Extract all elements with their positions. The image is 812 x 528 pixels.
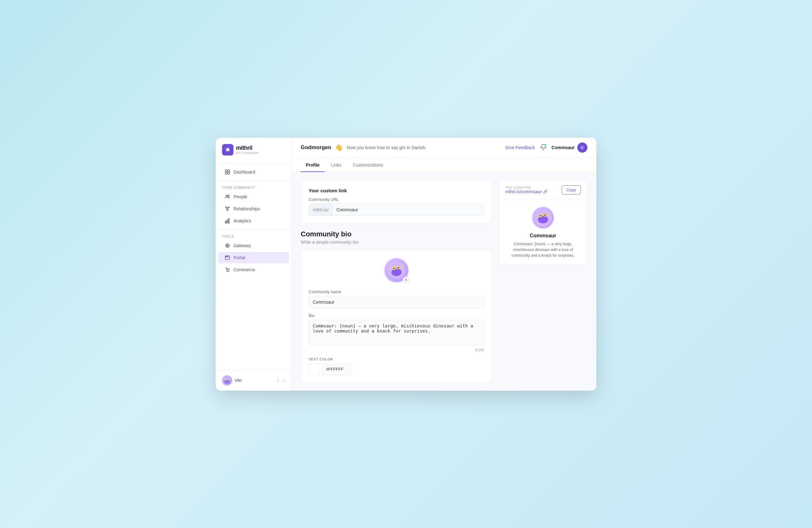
svg-point-30 (228, 379, 229, 380)
svg-rect-0 (225, 170, 227, 172)
svg-point-26 (228, 271, 229, 272)
dashboard-icon (224, 169, 230, 175)
community-name-group: Community name (309, 289, 484, 308)
svg-point-24 (227, 256, 228, 257)
svg-rect-13 (227, 220, 228, 223)
text-color-label: TEXT COLOR (309, 357, 484, 361)
header-subtitle: Now you know how to say gm in Danish. (347, 145, 501, 150)
content-area: Your custom link Community URL mthrl.io/… (292, 172, 596, 390)
svg-rect-14 (228, 219, 229, 223)
notification-dot (544, 144, 547, 146)
preview-avatar (532, 206, 554, 229)
right-panel-link-info: Your custom link mthrl.io/commsaur 🔗 (505, 185, 548, 194)
sidebar-item-label: Gateway (233, 243, 251, 248)
sidebar-item-label: Relationships (233, 206, 260, 211)
logo-text: mithril BY COMMSOR (236, 145, 259, 155)
custom-link-card-title: Your custom link (309, 188, 484, 193)
tools-section-label: TOOLS (216, 232, 291, 240)
sidebar-item-label: Dashboard (233, 169, 255, 174)
header-actions: Give Feedback Commsaur C (505, 142, 588, 153)
svg-point-41 (540, 215, 541, 216)
content-left: Your custom link Community URL mthrl.io/… (301, 180, 492, 383)
color-swatch[interactable] (309, 363, 320, 375)
preview-name: Commsaur (530, 233, 556, 239)
tab-profile[interactable]: Profile (301, 158, 325, 172)
char-count: 0/160 (309, 348, 484, 352)
svg-point-4 (226, 195, 228, 196)
copy-button[interactable]: Copy (562, 185, 581, 195)
give-feedback-link[interactable]: Give Feedback (505, 145, 535, 150)
app-window: mithril BY COMMSOR Dashboard YOUR COMMUN… (216, 138, 596, 390)
right-panel-link-header: Your custom link mthrl.io/commsaur 🔗 Cop… (499, 180, 587, 200)
community-name-label: Community name (309, 289, 484, 294)
preview-area: Commsaur Commsaur: {noun} — a very large… (499, 200, 587, 265)
community-name-input[interactable] (309, 296, 484, 308)
svg-line-11 (228, 208, 229, 210)
logo-name: mithril (236, 145, 259, 151)
user-controls[interactable]: ∧ ←| (277, 378, 285, 382)
svg-rect-1 (228, 170, 230, 172)
community-bio-section: Community bio Write a simple community b… (301, 230, 492, 383)
sidebar-item-label: People (233, 194, 247, 199)
bio-textarea[interactable]: Commsaur: {noun} — a very large, mischie… (309, 320, 484, 345)
url-input[interactable] (333, 204, 484, 215)
tab-customizations[interactable]: Customizations (348, 158, 388, 172)
user-avatar-small (222, 375, 232, 386)
color-hex-input[interactable] (322, 363, 351, 375)
collapse-icon: ←| (281, 379, 285, 382)
color-input-group (309, 363, 484, 375)
svg-rect-12 (225, 221, 226, 223)
text-color-section: TEXT COLOR (309, 357, 484, 375)
main-content: Godmorgen 👋 Now you know how to say gm i… (292, 138, 596, 390)
notification-bell[interactable] (540, 144, 547, 152)
svg-point-8 (227, 210, 228, 211)
analytics-icon (224, 218, 230, 224)
sidebar-item-commerce[interactable]: Commerce (218, 264, 289, 275)
avatar-wrapper: ✕ (384, 258, 409, 283)
sidebar-user-name: Vilo (235, 378, 274, 383)
header-user-name: Commsaur (552, 145, 575, 150)
sidebar-item-analytics[interactable]: Analytics (218, 215, 289, 227)
sidebar-divider-community (216, 181, 291, 181)
sidebar: mithril BY COMMSOR Dashboard YOUR COMMUN… (216, 138, 292, 390)
svg-point-5 (228, 195, 229, 196)
svg-point-36 (398, 267, 399, 269)
svg-rect-2 (225, 172, 227, 174)
bio-group: Bio Commsaur: {noun} — a very large, mis… (309, 313, 484, 352)
svg-point-16 (227, 245, 228, 246)
url-prefix: mthrl.io/ (309, 204, 333, 215)
avatar-remove-button[interactable]: ✕ (403, 277, 409, 283)
sidebar-item-gateway[interactable]: Gateway (218, 240, 289, 251)
community-url-label: Community URL (309, 197, 484, 202)
svg-rect-3 (228, 172, 230, 174)
svg-point-25 (227, 271, 228, 272)
bio-section-subtitle: Write a simple community bio (301, 240, 492, 245)
header-greeting: Godmorgen (301, 144, 331, 151)
svg-point-35 (393, 268, 395, 269)
bio-card: ✕ Community name Bio Commsaur: {noun} — … (301, 250, 492, 383)
people-icon (224, 194, 230, 200)
top-header: Godmorgen 👋 Now you know how to say gm i… (292, 138, 596, 158)
logo-area: mithril BY COMMSOR (216, 138, 291, 160)
avatar-upload-area[interactable]: ✕ (309, 258, 484, 283)
logo-sub: BY COMMSOR (236, 151, 259, 155)
portal-icon (224, 255, 230, 260)
link-icon: 🔗 (543, 189, 548, 194)
sidebar-item-dashboard[interactable]: Dashboard (218, 166, 289, 178)
community-section-label: YOUR COMMUNITY (216, 183, 291, 191)
user-info[interactable]: Commsaur C (552, 142, 588, 153)
sidebar-divider-tools (216, 229, 291, 230)
sidebar-item-people[interactable]: People (218, 191, 289, 202)
commerce-icon (224, 267, 230, 273)
sidebar-divider-top (216, 163, 291, 163)
header-user-avatar: C (577, 142, 588, 153)
bio-label: Bio (309, 313, 484, 318)
sidebar-item-portal[interactable]: Portal (218, 252, 289, 263)
relationships-icon (224, 206, 230, 212)
tab-links[interactable]: Links (326, 158, 347, 172)
sidebar-item-relationships[interactable]: Relationships (218, 203, 289, 214)
svg-point-42 (544, 214, 546, 216)
svg-line-10 (227, 208, 228, 210)
gateway-icon (224, 243, 230, 248)
right-panel-custom-link-label: Your custom link (505, 185, 548, 189)
